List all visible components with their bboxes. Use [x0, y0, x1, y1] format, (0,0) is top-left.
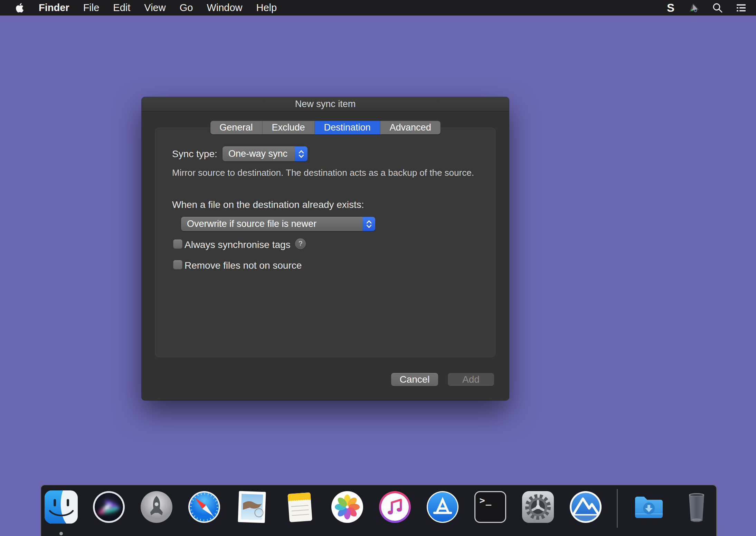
spotlight-search-icon[interactable] — [712, 2, 724, 14]
new-sync-item-dialog: New sync item General Exclude Destinatio… — [142, 97, 509, 400]
synctime-icon[interactable]: S — [665, 2, 677, 14]
menubar-item-file[interactable]: File — [83, 2, 100, 13]
always-synchronise-tags-checkbox[interactable] — [173, 239, 182, 249]
itunes-dock-icon[interactable] — [378, 490, 412, 524]
mail-dock-icon[interactable] — [235, 490, 268, 524]
cancel-button[interactable]: Cancel — [391, 373, 438, 386]
menubar-item-view[interactable]: View — [144, 2, 166, 13]
app-cleaner-dock-icon[interactable] — [569, 490, 602, 524]
notes-dock-icon[interactable] — [283, 490, 316, 524]
conflict-popup[interactable]: Overwrite if source file is newer — [181, 217, 375, 231]
menubar-item-window[interactable]: Window — [207, 2, 242, 13]
app-store-dock-icon[interactable] — [426, 490, 459, 524]
launchpad-dock-icon[interactable] — [140, 490, 173, 524]
system-preferences-dock-icon[interactable] — [521, 490, 555, 524]
tab-destination[interactable]: Destination — [314, 121, 380, 134]
dialog-title: New sync item — [295, 99, 356, 109]
popup-stepper-icon — [295, 146, 308, 161]
cursor-tool-icon[interactable] — [688, 2, 700, 14]
apple-menu-icon[interactable] — [15, 2, 25, 14]
conflict-label: When a file on the destination already e… — [172, 199, 364, 210]
destination-settings-group: Sync type: One-way sync Mirror source to… — [155, 128, 495, 357]
sync-type-popup[interactable]: One-way sync — [223, 146, 308, 161]
tab-general[interactable]: General — [210, 121, 262, 134]
help-button[interactable]: ? — [295, 238, 306, 249]
dialog-title-bar[interactable]: New sync item — [142, 97, 509, 112]
sync-type-label: Sync type: — [172, 149, 217, 160]
finder-running-indicator — [59, 532, 63, 535]
safari-dock-icon[interactable] — [188, 490, 221, 524]
menu-bar: Finder File Edit View Go Window Help S — [0, 0, 756, 16]
terminal-dock-icon[interactable]: >_ — [474, 490, 507, 524]
menubar-item-go[interactable]: Go — [180, 2, 193, 13]
remove-files-not-on-source-checkbox[interactable] — [173, 260, 182, 269]
popup-stepper-icon — [362, 217, 375, 231]
notification-center-icon[interactable] — [735, 2, 747, 14]
tab-exclude[interactable]: Exclude — [262, 121, 314, 134]
terminal-prompt-glyph: >_ — [480, 495, 492, 506]
always-synchronise-tags-label: Always synchronise tags — [185, 239, 291, 250]
downloads-folder-dock-icon[interactable] — [632, 490, 665, 524]
trash-dock-icon[interactable] — [680, 490, 713, 524]
remove-files-not-on-source-label: Remove files not on source — [185, 260, 302, 271]
sync-type-popup-value: One-way sync — [223, 149, 295, 159]
sync-type-description: Mirror source to destination. The destin… — [172, 168, 474, 178]
photos-dock-icon[interactable] — [331, 490, 364, 524]
menubar-item-edit[interactable]: Edit — [113, 2, 130, 13]
siri-dock-icon[interactable] — [92, 490, 125, 524]
tab-bar: General Exclude Destination Advanced — [210, 121, 440, 134]
dock-separator — [617, 489, 618, 528]
conflict-popup-value: Overwrite if source file is newer — [181, 219, 362, 229]
menubar-app-name[interactable]: Finder — [39, 2, 69, 13]
add-button[interactable]: Add — [448, 373, 494, 386]
terminal-window-shape: >_ — [474, 491, 506, 523]
finder-dock-icon[interactable] — [45, 490, 78, 524]
menubar-item-help[interactable]: Help — [256, 2, 277, 13]
dock: >_ — [40, 485, 717, 536]
tab-advanced[interactable]: Advanced — [380, 121, 441, 134]
